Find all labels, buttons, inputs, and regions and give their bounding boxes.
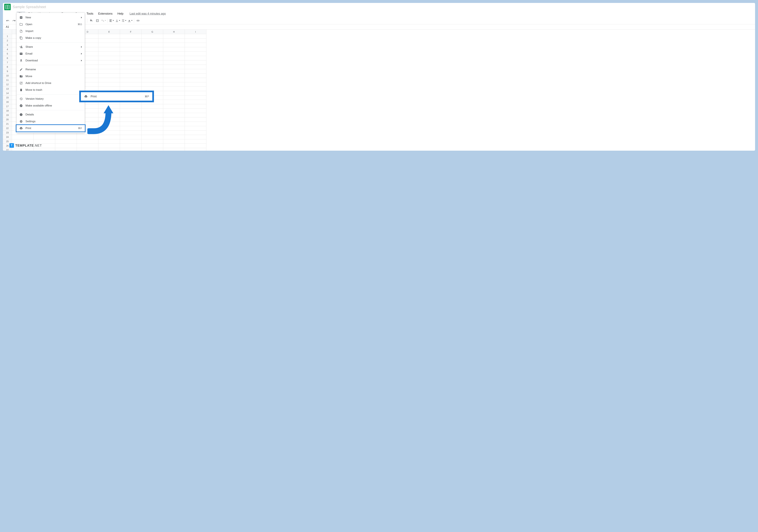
cell[interactable] xyxy=(163,117,185,122)
menu-extensions[interactable]: Extensions xyxy=(96,11,115,16)
cell[interactable] xyxy=(12,148,34,150)
cell[interactable] xyxy=(163,69,185,74)
row-header[interactable]: 17 xyxy=(3,104,12,109)
cell[interactable] xyxy=(120,87,142,91)
menu-offline[interactable]: Make available offline xyxy=(17,102,85,109)
cell[interactable] xyxy=(185,104,206,109)
cell[interactable] xyxy=(142,109,163,113)
cell[interactable] xyxy=(185,51,206,56)
cell[interactable] xyxy=(185,139,206,144)
row-header[interactable]: 23 xyxy=(3,130,12,135)
row-header[interactable]: 25 xyxy=(3,139,12,144)
menu-tools[interactable]: Tools xyxy=(85,11,95,16)
cell[interactable] xyxy=(163,100,185,104)
cell[interactable] xyxy=(98,60,120,65)
cell[interactable] xyxy=(142,34,163,39)
cell[interactable] xyxy=(142,82,163,87)
cell[interactable] xyxy=(120,122,142,126)
cell[interactable] xyxy=(163,34,185,39)
row-header[interactable]: 14 xyxy=(3,91,12,95)
cell[interactable] xyxy=(77,144,98,148)
cell[interactable] xyxy=(142,104,163,109)
cell[interactable] xyxy=(98,148,120,150)
cell[interactable] xyxy=(120,148,142,150)
cell[interactable] xyxy=(163,65,185,69)
cell[interactable] xyxy=(142,69,163,74)
cell[interactable] xyxy=(185,144,206,148)
col-header[interactable]: H xyxy=(163,30,185,34)
cell[interactable] xyxy=(120,109,142,113)
cell[interactable] xyxy=(120,135,142,139)
cell[interactable] xyxy=(34,135,55,139)
cell[interactable] xyxy=(98,82,120,87)
menu-print[interactable]: Print ⌘P xyxy=(17,125,85,132)
row-header[interactable]: 8 xyxy=(3,65,12,69)
cell[interactable] xyxy=(120,39,142,43)
cell[interactable] xyxy=(142,126,163,130)
document-title[interactable]: Sample Spreadsheet xyxy=(13,5,46,9)
col-header[interactable]: I xyxy=(185,30,206,34)
menu-email[interactable]: Email xyxy=(17,50,85,57)
cell[interactable] xyxy=(120,56,142,60)
cell[interactable] xyxy=(163,74,185,78)
cell[interactable] xyxy=(142,39,163,43)
row-header[interactable]: 18 xyxy=(3,109,12,113)
cell[interactable] xyxy=(185,87,206,91)
cell[interactable] xyxy=(185,56,206,60)
cell[interactable] xyxy=(185,95,206,100)
cell[interactable] xyxy=(163,51,185,56)
cell[interactable] xyxy=(142,74,163,78)
cell[interactable] xyxy=(98,39,120,43)
row-header[interactable]: 1 xyxy=(3,34,12,39)
cell[interactable] xyxy=(98,56,120,60)
cell[interactable] xyxy=(163,87,185,91)
cell[interactable] xyxy=(163,135,185,139)
cell[interactable] xyxy=(185,82,206,87)
cell[interactable] xyxy=(120,130,142,135)
cell[interactable] xyxy=(142,47,163,51)
cell[interactable] xyxy=(120,43,142,47)
cell[interactable] xyxy=(142,117,163,122)
row-header[interactable]: 16 xyxy=(3,100,12,104)
cell[interactable] xyxy=(98,78,120,82)
link-button[interactable] xyxy=(135,18,141,23)
menu-rename[interactable]: Rename xyxy=(17,66,85,73)
align-button[interactable] xyxy=(109,18,115,23)
cell[interactable] xyxy=(12,135,34,139)
cell[interactable] xyxy=(77,148,98,150)
cell[interactable] xyxy=(34,148,55,150)
cell[interactable] xyxy=(163,56,185,60)
row-header[interactable]: 19 xyxy=(3,113,12,117)
cell[interactable] xyxy=(185,69,206,74)
cell[interactable] xyxy=(120,139,142,144)
cell[interactable] xyxy=(163,104,185,109)
cell[interactable] xyxy=(163,122,185,126)
col-header[interactable]: G xyxy=(142,30,163,34)
merge-button[interactable] xyxy=(101,18,107,23)
menu-make-copy[interactable]: Make a copy xyxy=(17,35,85,41)
cell[interactable] xyxy=(185,47,206,51)
cell[interactable] xyxy=(163,47,185,51)
cell[interactable] xyxy=(120,51,142,56)
cell[interactable] xyxy=(163,109,185,113)
cell[interactable] xyxy=(142,122,163,126)
cell[interactable] xyxy=(55,135,77,139)
fill-color-button[interactable] xyxy=(88,18,94,23)
row-header[interactable]: 21 xyxy=(3,122,12,126)
cell[interactable] xyxy=(185,43,206,47)
cell[interactable] xyxy=(77,135,98,139)
cell[interactable] xyxy=(185,78,206,82)
cell[interactable] xyxy=(120,126,142,130)
cell[interactable] xyxy=(185,60,206,65)
cell[interactable] xyxy=(163,130,185,135)
cell[interactable] xyxy=(98,87,120,91)
cell[interactable] xyxy=(163,144,185,148)
cell[interactable] xyxy=(142,87,163,91)
cell[interactable] xyxy=(163,148,185,150)
cell[interactable] xyxy=(185,135,206,139)
cell[interactable] xyxy=(120,60,142,65)
row-header[interactable]: 12 xyxy=(3,82,12,87)
menu-details[interactable]: Details xyxy=(17,111,85,118)
cell[interactable] xyxy=(98,74,120,78)
cell[interactable] xyxy=(142,113,163,117)
